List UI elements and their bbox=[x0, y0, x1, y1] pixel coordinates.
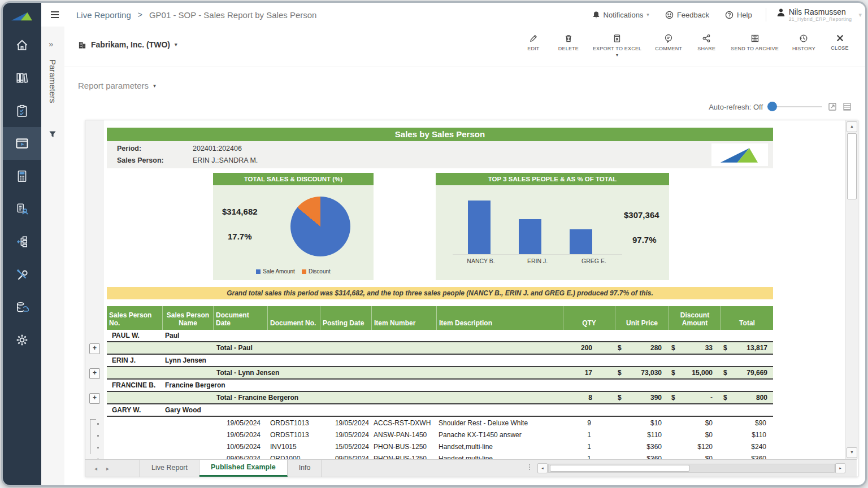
table-total-row: Total - Francine Bergeron8$390$-$800 bbox=[107, 392, 773, 404]
top-bar: Live Reporting > GP01 - SOP - Sales Repo… bbox=[41, 3, 865, 27]
grid-view-icon[interactable] bbox=[843, 102, 852, 111]
edit-button[interactable]: EDIT bbox=[523, 34, 544, 56]
column-header: Sales Person Name bbox=[162, 306, 213, 330]
export-to-excel-label: EXPORT TO EXCEL bbox=[593, 46, 641, 51]
sidebar-item-home[interactable] bbox=[3, 29, 41, 62]
scroll-down-button[interactable]: ▼ bbox=[847, 447, 857, 458]
filter-funnel-icon[interactable] bbox=[48, 130, 57, 139]
sidebar-item-workflow[interactable] bbox=[3, 225, 41, 258]
company-name: Fabrikam, Inc. (TWO) bbox=[91, 40, 170, 49]
tab-navigation: ◂ ▸ bbox=[94, 465, 109, 472]
table-cell: Panache KX-T1450 answer bbox=[436, 431, 563, 439]
sidebar-item-data-warehouse[interactable] bbox=[3, 291, 41, 324]
sheet-tab-info[interactable]: Info bbox=[288, 460, 323, 477]
bar-label-greg-e: GREG E. bbox=[566, 258, 622, 264]
sidebar-item-live-reporting[interactable] bbox=[3, 127, 41, 160]
sidebar-item-library[interactable] bbox=[3, 62, 41, 94]
table-cell: ACCS-RST-DXWH bbox=[371, 419, 436, 427]
sidebar-item-collaboration[interactable] bbox=[3, 193, 41, 225]
table-cell: GARY W. bbox=[107, 406, 162, 414]
table-cell: $360 bbox=[615, 443, 669, 451]
user-chevron-icon[interactable]: ▾ bbox=[858, 11, 862, 19]
menu-hamburger-icon[interactable] bbox=[50, 11, 59, 19]
bar-chart-categories: NANCY B. ERIN J. GREG E. bbox=[453, 258, 622, 264]
report-parameter-block: Period: 202401:202406 Sales Person: ERIN… bbox=[107, 141, 773, 168]
vertical-scrollbar[interactable]: ▲ ▼ bbox=[845, 120, 858, 459]
scroll-left-button[interactable]: ◂ bbox=[537, 463, 548, 473]
report-logo bbox=[711, 143, 768, 166]
table-cell: 200 bbox=[563, 344, 615, 352]
sidebar-item-administration-tools[interactable] bbox=[3, 258, 41, 291]
tab-nav-right-icon[interactable]: ▸ bbox=[106, 465, 109, 472]
column-header: Item Number bbox=[371, 306, 436, 330]
outline-bracket bbox=[90, 419, 96, 454]
sidebar-item-settings[interactable] bbox=[3, 324, 41, 356]
table-cell: 19/05/2024 bbox=[213, 419, 267, 427]
column-header: Discount Amount bbox=[669, 306, 721, 330]
document-user-icon bbox=[15, 202, 29, 216]
divider bbox=[64, 67, 865, 67]
tab-nav-left-icon[interactable]: ◂ bbox=[94, 465, 97, 472]
tasks-clipboard-icon bbox=[15, 104, 29, 117]
sidebar bbox=[3, 3, 41, 485]
table-cell: $110 bbox=[721, 431, 773, 439]
auto-refresh-label: Auto-refresh: Off bbox=[709, 103, 763, 111]
table-cell: Paul bbox=[162, 332, 773, 339]
user-menu[interactable]: Nils Rasmussen 21_Hybrid_ERP_Reporting bbox=[774, 8, 854, 22]
horizontal-scroll-thumb[interactable] bbox=[550, 465, 689, 472]
top3-percent-value: 97.7% bbox=[632, 235, 657, 245]
expand-group-button[interactable]: + bbox=[89, 343, 100, 354]
expand-group-button[interactable]: + bbox=[89, 368, 100, 379]
splitter-grip[interactable] bbox=[529, 464, 530, 470]
table-detail-row: 09/05/2024ORD100009/05/2024PHON-BUS-1250… bbox=[107, 452, 773, 459]
auto-refresh-control: Auto-refresh: Off bbox=[709, 102, 852, 111]
chevron-down-icon: ▾ bbox=[616, 54, 618, 56]
period-value: 202401:202406 bbox=[193, 145, 242, 152]
sales-person-value: ERIN J.:SANDRA M. bbox=[193, 156, 258, 164]
sheet-tab-published-example[interactable]: Published Example bbox=[199, 460, 288, 477]
breadcrumb-section[interactable]: Live Reporting bbox=[76, 10, 131, 20]
horizontal-scrollbar[interactable]: ◂ ▸ bbox=[537, 463, 845, 473]
comment-button[interactable]: COMMENT bbox=[655, 34, 682, 56]
scroll-right-button[interactable]: ▸ bbox=[835, 463, 845, 473]
auto-refresh-slider-handle[interactable] bbox=[767, 102, 777, 111]
popout-icon[interactable] bbox=[828, 102, 837, 111]
sidebar-item-calculations[interactable] bbox=[3, 160, 41, 193]
sidebar-item-tasks[interactable] bbox=[3, 94, 41, 127]
report-parameters-toggle[interactable]: Report parameters ▾ bbox=[78, 81, 156, 90]
table-cell-currency: $79,669 bbox=[721, 369, 773, 377]
table-cell-currency: $13,817 bbox=[721, 344, 773, 352]
data-cloud-icon bbox=[15, 300, 29, 314]
share-button[interactable]: SHARE bbox=[696, 34, 717, 56]
outline-row-marker bbox=[97, 435, 99, 437]
chevron-down-icon: ▾ bbox=[175, 42, 177, 47]
table-cell: 19/05/2024 bbox=[320, 431, 371, 439]
notifications-button[interactable]: Notifications ▾ bbox=[587, 11, 655, 19]
table-cell: 15/05/2024 bbox=[320, 443, 371, 451]
auto-refresh-slider[interactable] bbox=[769, 106, 822, 107]
sheet-tab-live-report[interactable]: Live Report bbox=[140, 460, 199, 477]
company-selector[interactable]: Fabrikam, Inc. (TWO) ▾ bbox=[78, 40, 177, 49]
table-cell: Shoulder Rest - Deluxe White bbox=[436, 419, 563, 427]
feedback-button[interactable]: Feedback bbox=[659, 11, 715, 19]
vertical-scroll-thumb[interactable] bbox=[847, 133, 857, 199]
send-to-archive-button[interactable]: SEND TO ARCHIVE bbox=[731, 34, 779, 56]
period-label: Period: bbox=[117, 145, 141, 152]
export-to-excel-button[interactable]: EXPORT TO EXCEL ▾ bbox=[593, 34, 641, 56]
table-cell: $0 bbox=[669, 455, 721, 460]
report-action-toolbar: EDIT DELETE EXPORT TO EXCEL ▾ COMMENT SH… bbox=[523, 34, 850, 56]
table-cell: 1 bbox=[563, 455, 615, 460]
expand-group-button[interactable]: + bbox=[89, 393, 100, 404]
table-cell: Total - Paul bbox=[213, 344, 563, 352]
help-button[interactable]: Help bbox=[719, 11, 758, 19]
table-cell: 1 bbox=[563, 431, 615, 439]
live-reporting-icon bbox=[15, 136, 29, 151]
scroll-up-button[interactable]: ▲ bbox=[847, 121, 857, 132]
history-button[interactable]: HISTORY bbox=[792, 34, 815, 56]
expand-parameters-button[interactable]: » bbox=[49, 39, 53, 49]
edit-pencil-icon bbox=[529, 34, 538, 43]
close-button[interactable]: CLOSE bbox=[829, 34, 850, 56]
export-excel-icon bbox=[613, 34, 622, 43]
delete-button[interactable]: DELETE bbox=[558, 34, 579, 56]
table-cell: Francine Bergeron bbox=[162, 381, 773, 389]
